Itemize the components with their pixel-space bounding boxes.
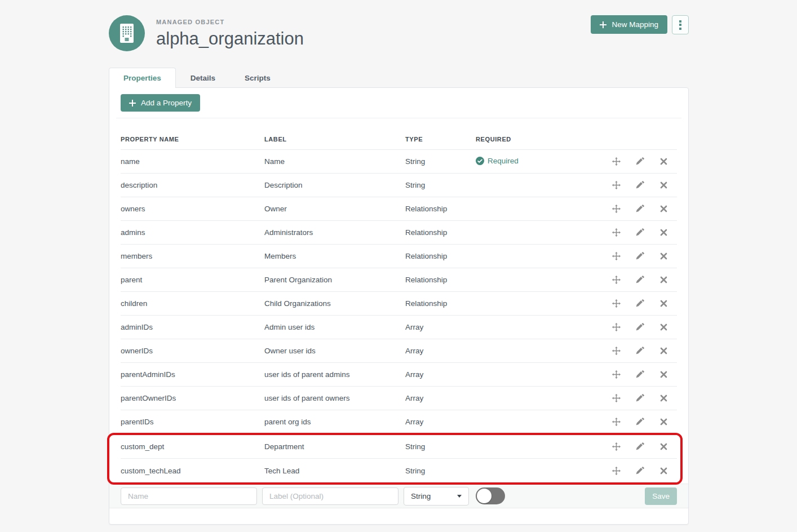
table-row: owners Owner Relationship <box>121 197 677 221</box>
edit-row-icon[interactable] <box>636 394 644 402</box>
row-actions <box>609 442 677 451</box>
edit-row-icon[interactable] <box>636 157 644 166</box>
edit-row-icon[interactable] <box>636 299 644 308</box>
move-row-icon[interactable] <box>612 323 621 331</box>
save-button[interactable]: Save <box>645 487 677 505</box>
more-options-button[interactable] <box>672 15 689 34</box>
property-name-cell: custom_techLead <box>121 467 264 475</box>
property-type-cell: Array <box>405 418 476 426</box>
delete-row-icon[interactable] <box>659 181 668 189</box>
kebab-icon <box>679 20 681 23</box>
delete-row-icon[interactable] <box>659 442 668 451</box>
delete-row-icon[interactable] <box>659 299 668 308</box>
property-type-cell: Relationship <box>405 276 476 284</box>
row-actions <box>609 299 677 308</box>
edit-row-icon[interactable] <box>636 228 644 237</box>
move-row-icon[interactable] <box>612 299 621 308</box>
edit-row-icon[interactable] <box>636 418 644 426</box>
property-label-input[interactable] <box>262 487 398 505</box>
add-property-button[interactable]: Add a Property <box>121 94 200 112</box>
row-actions <box>609 323 677 331</box>
property-label-cell: Owner user ids <box>264 347 405 355</box>
delete-row-icon[interactable] <box>659 370 668 379</box>
row-actions <box>609 418 677 426</box>
table-row: parent Parent Organization Relationship <box>121 268 677 292</box>
table-row: children Child Organizations Relationshi… <box>121 292 677 316</box>
move-row-icon[interactable] <box>612 252 621 260</box>
table-row: admins Administrators Relationship <box>121 221 677 245</box>
move-row-icon[interactable] <box>612 157 621 166</box>
delete-row-icon[interactable] <box>659 418 668 426</box>
property-label-cell: Tech Lead <box>264 467 405 475</box>
page-header: MANAGED OBJECT alpha_organization New Ma… <box>109 0 689 51</box>
move-row-icon[interactable] <box>612 205 621 213</box>
header-left: MANAGED OBJECT alpha_organization <box>109 15 304 51</box>
property-type-cell: Relationship <box>405 205 476 213</box>
delete-row-icon[interactable] <box>659 157 668 166</box>
row-actions <box>609 181 677 189</box>
table-row: ownerIDs Owner user ids Array <box>121 339 677 363</box>
move-row-icon[interactable] <box>612 370 621 379</box>
property-name-input[interactable] <box>121 487 257 505</box>
property-label-cell: Name <box>264 157 405 166</box>
table-row: custom_dept Department String <box>121 435 677 459</box>
edit-row-icon[interactable] <box>636 467 644 475</box>
move-row-icon[interactable] <box>612 228 621 237</box>
property-label-cell: Child Organizations <box>264 299 405 308</box>
property-label-cell: Parent Organization <box>264 276 405 284</box>
property-type-select[interactable]: String <box>404 487 469 506</box>
tab-scripts[interactable]: Scripts <box>230 68 285 88</box>
delete-row-icon[interactable] <box>659 228 668 237</box>
header-actions: New Mapping <box>591 15 689 34</box>
edit-row-icon[interactable] <box>636 442 644 451</box>
property-name-cell: owners <box>121 205 264 213</box>
edit-row-icon[interactable] <box>636 252 644 260</box>
new-mapping-button[interactable]: New Mapping <box>591 15 667 34</box>
delete-row-icon[interactable] <box>659 252 668 260</box>
row-actions <box>609 228 677 237</box>
tab-details[interactable]: Details <box>176 68 230 88</box>
delete-row-icon[interactable] <box>659 467 668 475</box>
property-label-cell: parent org ids <box>264 418 405 426</box>
required-toggle[interactable] <box>476 487 505 504</box>
edit-row-icon[interactable] <box>636 323 644 331</box>
move-row-icon[interactable] <box>612 347 621 355</box>
property-label-cell: Description <box>264 181 405 189</box>
tab-properties[interactable]: Properties <box>109 68 176 88</box>
table-row: adminIDs Admin user ids Array <box>121 316 677 339</box>
edit-row-icon[interactable] <box>636 205 644 213</box>
property-name-cell: adminIDs <box>121 323 264 331</box>
row-actions <box>609 205 677 213</box>
move-row-icon[interactable] <box>612 276 621 284</box>
required-badge: Required <box>476 157 519 165</box>
table-row: description Description String <box>121 174 677 197</box>
delete-row-icon[interactable] <box>659 276 668 284</box>
property-type-cell: String <box>405 442 476 451</box>
delete-row-icon[interactable] <box>659 394 668 402</box>
edit-row-icon[interactable] <box>636 347 644 355</box>
edit-row-icon[interactable] <box>636 370 644 379</box>
property-label-cell: Department <box>264 442 405 451</box>
move-row-icon[interactable] <box>612 394 621 402</box>
edit-row-icon[interactable] <box>636 276 644 284</box>
delete-row-icon[interactable] <box>659 347 668 355</box>
property-name-cell: custom_dept <box>121 442 264 451</box>
delete-row-icon[interactable] <box>659 323 668 331</box>
new-mapping-label: New Mapping <box>612 20 658 29</box>
required-badge-label: Required <box>488 157 519 165</box>
delete-row-icon[interactable] <box>659 205 668 213</box>
property-label-cell: user ids of parent admins <box>264 370 405 379</box>
plus-icon <box>129 100 136 107</box>
property-type-cell: Relationship <box>405 228 476 237</box>
edit-row-icon[interactable] <box>636 181 644 189</box>
move-row-icon[interactable] <box>612 181 621 189</box>
property-label-cell: user ids of parent owners <box>264 394 405 402</box>
table-row: name Name String Required <box>121 150 677 174</box>
property-type-cell: String <box>405 181 476 189</box>
property-name-cell: parentIDs <box>121 418 264 426</box>
table-row: members Members Relationship <box>121 245 677 268</box>
move-row-icon[interactable] <box>612 467 621 475</box>
move-row-icon[interactable] <box>612 442 621 451</box>
move-row-icon[interactable] <box>612 418 621 426</box>
table-row: parentOwnerIDs user ids of parent owners… <box>121 387 677 410</box>
